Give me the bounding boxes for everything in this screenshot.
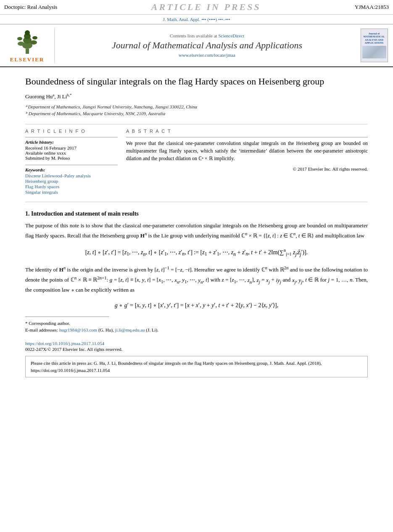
article-info-header: A R T I C L E I N F O <box>25 129 118 134</box>
keyword-4[interactable]: Singular integrals <box>25 190 118 195</box>
submitted-by: Submitted by M. Peloso <box>25 155 118 161</box>
keyword-2[interactable]: Heisenberg group <box>25 179 118 184</box>
footnote-email: E-mail addresses: hugr1984@163.com (G. H… <box>25 327 368 332</box>
section-1-para1: The purpose of this note is to show that… <box>25 221 368 240</box>
history-title: Article history: <box>25 140 118 145</box>
copyright-line: 0022-247X/© 2017 Elsevier Inc. All right… <box>25 347 368 352</box>
abstract-copyright: © 2017 Elsevier Inc. All rights reserved… <box>126 166 368 173</box>
divider-1 <box>25 124 368 124</box>
affiliations: ᵃ Department of Mathematics, Jiangxi Nor… <box>25 103 368 117</box>
sciencedirect-link[interactable]: ScienceDirect <box>218 33 244 38</box>
bounded-word: bounded <box>307 222 326 229</box>
article-history: Article history: Received 16 February 20… <box>25 137 118 161</box>
journal-cover: Journal ofMATHEMATICALANALYSIS ANDAPPLIC… <box>359 28 389 63</box>
section-1-title: 1. Introduction and statement of main re… <box>25 211 368 217</box>
svg-point-7 <box>17 37 22 40</box>
article-in-press-banner: ARTICLE IN PRESS <box>151 2 261 13</box>
doctopic-label: Doctopic: Real Analysis <box>4 4 57 11</box>
sciencedirect-line: Contents lists available at ScienceDirec… <box>170 33 244 38</box>
footnote-divider <box>25 316 109 317</box>
top-bar: Doctopic: Real Analysis ARTICLE IN PRESS… <box>0 0 393 15</box>
article-content: Boundedness of singular integrals on the… <box>0 67 393 386</box>
svg-point-6 <box>30 40 37 45</box>
info-abstract-section: A R T I C L E I N F O Article history: R… <box>25 129 368 195</box>
svg-rect-0 <box>26 49 29 54</box>
svg-point-4 <box>25 30 30 35</box>
journal-info: Contents lists available at ScienceDirec… <box>59 28 355 63</box>
elsevier-logo: ELSEVIER <box>4 28 55 63</box>
abstract-column: A B S T R A C T We prove that the classi… <box>126 129 368 195</box>
journal-header: ELSEVIER Contents lists available at Sci… <box>0 24 393 67</box>
received-date: Received 16 February 2017 <box>25 145 118 150</box>
formula-1: [z, t] ∘ [z′, t′] = [z1, ⋯, zn, t] ∘ [z′… <box>25 248 368 257</box>
article-id: YJMAA:21853 <box>355 4 389 11</box>
keyword-3[interactable]: Flag Hardy spaces <box>25 184 118 189</box>
svg-point-8 <box>32 36 37 40</box>
authors-line: Guorong Hua, Ji Lib,* <box>25 93 368 100</box>
journal-url[interactable]: www.elsevier.com/locate/jmaa <box>179 53 235 58</box>
abstract-text: We prove that the classical one-paramete… <box>126 137 368 173</box>
keywords-section: Keywords: Discrete Littlewood–Paley anal… <box>25 165 118 195</box>
elsevier-tree-icon <box>11 28 44 55</box>
doi-line[interactable]: https://doi.org/10.1016/j.jmaa.2017.11.0… <box>25 341 368 346</box>
footnote-star: * Corresponding author. <box>25 321 368 326</box>
journal-citation-line: J. Math. Anal. Appl. ••• (••••) •••–••• <box>0 15 393 24</box>
section-1-para2: The identity of Hn is the origin and the… <box>25 264 368 294</box>
svg-point-5 <box>18 42 24 46</box>
keywords-title: Keywords: <box>25 167 118 172</box>
journal-full-name: Journal of Mathematical Analysis and App… <box>112 40 302 51</box>
article-title: Boundedness of singular integrals on the… <box>25 76 368 88</box>
journal-cover-image: Journal ofMATHEMATICALANALYSIS ANDAPPLIC… <box>361 29 388 62</box>
email-link-1[interactable]: hugr1984@163.com <box>59 327 97 332</box>
elsevier-brand: ELSEVIER <box>10 56 45 63</box>
citation-box: Please cite this article in press as: G.… <box>25 356 368 377</box>
keyword-1[interactable]: Discrete Littlewood–Paley analysis <box>25 173 118 178</box>
email-link-2[interactable]: ji.li@mq.edu.au <box>115 327 145 332</box>
abstract-header: A B S T R A C T <box>126 129 368 134</box>
formula-2: g ∘ g′ = [x, y, t] ∘ [x′, y′, t′] = [x +… <box>25 302 368 309</box>
available-date: Available online xxxx <box>25 150 118 155</box>
article-info-column: A R T I C L E I N F O Article history: R… <box>25 129 118 195</box>
divider-2 <box>25 202 368 202</box>
